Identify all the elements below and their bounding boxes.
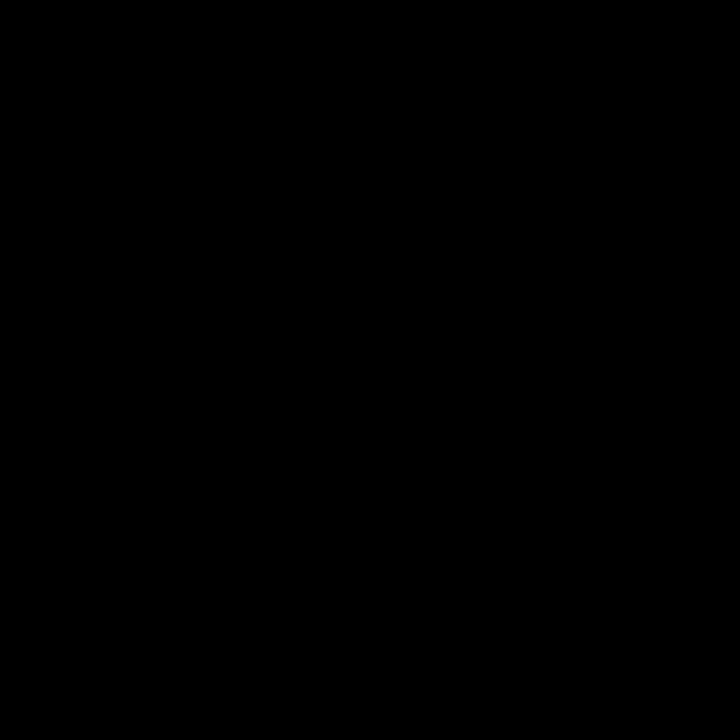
chart-frame bbox=[0, 0, 728, 728]
chart-canvas bbox=[0, 0, 728, 728]
